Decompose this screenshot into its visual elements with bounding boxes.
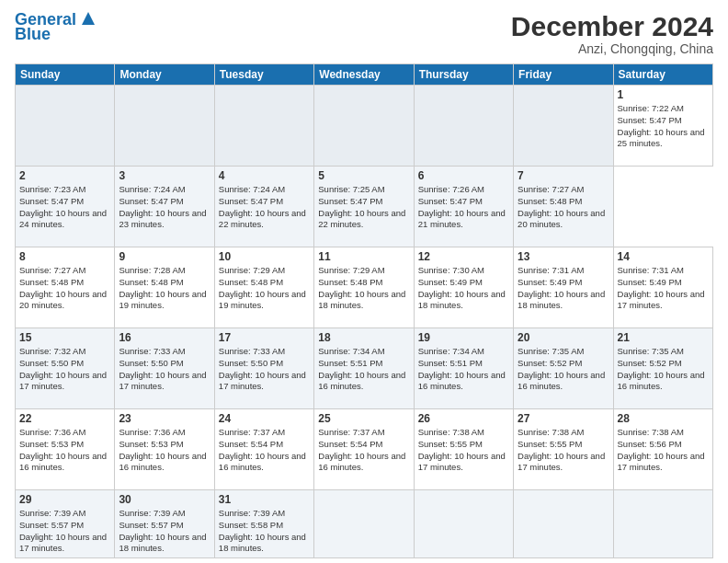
day-number: 25 (318, 412, 409, 425)
day-header-friday: Friday (514, 64, 613, 86)
calendar-cell: 9Sunrise: 7:28 AM Sunset: 5:48 PM Daylig… (115, 247, 214, 328)
calendar-cell: 22Sunrise: 7:36 AM Sunset: 5:53 PM Dayli… (16, 409, 115, 490)
calendar-cell: 27Sunrise: 7:38 AM Sunset: 5:55 PM Dayli… (514, 409, 613, 490)
calendar-cell (613, 490, 712, 558)
svg-marker-0 (82, 12, 95, 25)
day-number: 29 (19, 493, 110, 506)
day-info: Sunrise: 7:31 AM Sunset: 5:49 PM Dayligh… (618, 265, 709, 312)
month-title: December 2024 (511, 11, 713, 41)
day-number: 8 (19, 250, 110, 263)
calendar-cell: 26Sunrise: 7:38 AM Sunset: 5:55 PM Dayli… (414, 409, 513, 490)
day-number: 21 (618, 331, 709, 344)
day-header-saturday: Saturday (613, 64, 712, 86)
week-row-3: 8Sunrise: 7:27 AM Sunset: 5:48 PM Daylig… (16, 247, 713, 328)
day-info: Sunrise: 7:37 AM Sunset: 5:54 PM Dayligh… (318, 427, 409, 474)
day-number: 24 (219, 412, 310, 425)
day-number: 7 (518, 169, 609, 182)
day-info: Sunrise: 7:29 AM Sunset: 5:48 PM Dayligh… (219, 265, 310, 312)
logo-icon (78, 8, 98, 29)
calendar-cell (314, 490, 414, 558)
day-info: Sunrise: 7:35 AM Sunset: 5:52 PM Dayligh… (518, 346, 609, 393)
day-number: 14 (618, 250, 709, 263)
calendar-cell: 16Sunrise: 7:33 AM Sunset: 5:50 PM Dayli… (115, 328, 214, 409)
calendar-cell (115, 86, 214, 167)
day-number: 20 (518, 331, 609, 344)
logo-text-blue: Blue (15, 26, 51, 44)
calendar-cell: 29Sunrise: 7:39 AM Sunset: 5:57 PM Dayli… (16, 490, 115, 558)
calendar-cell: 20Sunrise: 7:35 AM Sunset: 5:52 PM Dayli… (514, 328, 613, 409)
day-info: Sunrise: 7:33 AM Sunset: 5:50 PM Dayligh… (219, 346, 310, 393)
day-info: Sunrise: 7:27 AM Sunset: 5:48 PM Dayligh… (19, 265, 110, 312)
calendar-cell (414, 490, 513, 558)
day-info: Sunrise: 7:26 AM Sunset: 5:47 PM Dayligh… (418, 184, 509, 231)
calendar-cell: 24Sunrise: 7:37 AM Sunset: 5:54 PM Dayli… (214, 409, 313, 490)
week-row-1: 1Sunrise: 7:22 AM Sunset: 5:47 PM Daylig… (16, 86, 713, 167)
day-info: Sunrise: 7:28 AM Sunset: 5:48 PM Dayligh… (119, 265, 210, 312)
day-info: Sunrise: 7:38 AM Sunset: 5:56 PM Dayligh… (618, 427, 709, 474)
day-info: Sunrise: 7:34 AM Sunset: 5:51 PM Dayligh… (418, 346, 509, 393)
day-info: Sunrise: 7:34 AM Sunset: 5:51 PM Dayligh… (318, 346, 409, 393)
calendar-cell: 15Sunrise: 7:32 AM Sunset: 5:50 PM Dayli… (16, 328, 115, 409)
calendar-cell: 2Sunrise: 7:23 AM Sunset: 5:47 PM Daylig… (16, 167, 115, 247)
day-number: 23 (119, 412, 210, 425)
calendar-cell (414, 86, 513, 167)
day-info: Sunrise: 7:36 AM Sunset: 5:53 PM Dayligh… (119, 427, 210, 474)
day-header-sunday: Sunday (16, 64, 115, 86)
day-number: 28 (618, 412, 709, 425)
day-number: 18 (318, 331, 409, 344)
logo: General Blue (15, 11, 98, 44)
day-info: Sunrise: 7:39 AM Sunset: 5:58 PM Dayligh… (219, 508, 310, 555)
calendar-cell: 11Sunrise: 7:29 AM Sunset: 5:48 PM Dayli… (314, 247, 414, 328)
day-number: 30 (119, 493, 210, 506)
day-number: 12 (418, 250, 509, 263)
calendar-cell: 13Sunrise: 7:31 AM Sunset: 5:49 PM Dayli… (514, 247, 613, 328)
day-number: 10 (219, 250, 310, 263)
day-info: Sunrise: 7:38 AM Sunset: 5:55 PM Dayligh… (518, 427, 609, 474)
calendar-cell: 7Sunrise: 7:27 AM Sunset: 5:48 PM Daylig… (514, 167, 613, 247)
calendar-cell: 28Sunrise: 7:38 AM Sunset: 5:56 PM Dayli… (613, 409, 712, 490)
day-number: 5 (318, 169, 409, 182)
day-number: 15 (19, 331, 110, 344)
calendar-cell (16, 86, 115, 167)
day-info: Sunrise: 7:29 AM Sunset: 5:48 PM Dayligh… (318, 265, 409, 312)
day-number: 3 (119, 169, 210, 182)
day-number: 26 (418, 412, 509, 425)
calendar-header-row: SundayMondayTuesdayWednesdayThursdayFrid… (16, 64, 713, 86)
calendar-cell (314, 86, 414, 167)
day-number: 31 (219, 493, 310, 506)
week-row-2: 2Sunrise: 7:23 AM Sunset: 5:47 PM Daylig… (16, 167, 713, 247)
calendar-cell: 17Sunrise: 7:33 AM Sunset: 5:50 PM Dayli… (214, 328, 313, 409)
calendar-cell: 25Sunrise: 7:37 AM Sunset: 5:54 PM Dayli… (314, 409, 414, 490)
day-number: 4 (219, 169, 310, 182)
day-number: 22 (19, 412, 110, 425)
day-info: Sunrise: 7:39 AM Sunset: 5:57 PM Dayligh… (19, 508, 110, 555)
day-info: Sunrise: 7:24 AM Sunset: 5:47 PM Dayligh… (119, 184, 210, 231)
calendar-cell: 30Sunrise: 7:39 AM Sunset: 5:57 PM Dayli… (115, 490, 214, 558)
calendar-cell: 23Sunrise: 7:36 AM Sunset: 5:53 PM Dayli… (115, 409, 214, 490)
day-info: Sunrise: 7:38 AM Sunset: 5:55 PM Dayligh… (418, 427, 509, 474)
calendar: SundayMondayTuesdayWednesdayThursdayFrid… (15, 63, 713, 558)
day-number: 19 (418, 331, 509, 344)
day-number: 17 (219, 331, 310, 344)
day-number: 27 (518, 412, 609, 425)
day-number: 6 (418, 169, 509, 182)
title-area: December 2024 Anzi, Chongqing, China (511, 11, 713, 56)
day-info: Sunrise: 7:23 AM Sunset: 5:47 PM Dayligh… (19, 184, 110, 231)
day-number: 11 (318, 250, 409, 263)
calendar-cell: 19Sunrise: 7:34 AM Sunset: 5:51 PM Dayli… (414, 328, 513, 409)
day-info: Sunrise: 7:33 AM Sunset: 5:50 PM Dayligh… (119, 346, 210, 393)
calendar-cell: 3Sunrise: 7:24 AM Sunset: 5:47 PM Daylig… (115, 167, 214, 247)
calendar-cell: 8Sunrise: 7:27 AM Sunset: 5:48 PM Daylig… (16, 247, 115, 328)
calendar-cell: 14Sunrise: 7:31 AM Sunset: 5:49 PM Dayli… (613, 247, 712, 328)
day-info: Sunrise: 7:32 AM Sunset: 5:50 PM Dayligh… (19, 346, 110, 393)
calendar-cell (214, 86, 313, 167)
calendar-cell: 12Sunrise: 7:30 AM Sunset: 5:49 PM Dayli… (414, 247, 513, 328)
day-number: 13 (518, 250, 609, 263)
calendar-cell: 10Sunrise: 7:29 AM Sunset: 5:48 PM Dayli… (214, 247, 313, 328)
calendar-cell: 18Sunrise: 7:34 AM Sunset: 5:51 PM Dayli… (314, 328, 414, 409)
day-header-wednesday: Wednesday (314, 64, 414, 86)
day-number: 9 (119, 250, 210, 263)
week-row-5: 22Sunrise: 7:36 AM Sunset: 5:53 PM Dayli… (16, 409, 713, 490)
day-info: Sunrise: 7:35 AM Sunset: 5:52 PM Dayligh… (618, 346, 709, 393)
day-info: Sunrise: 7:30 AM Sunset: 5:49 PM Dayligh… (418, 265, 509, 312)
